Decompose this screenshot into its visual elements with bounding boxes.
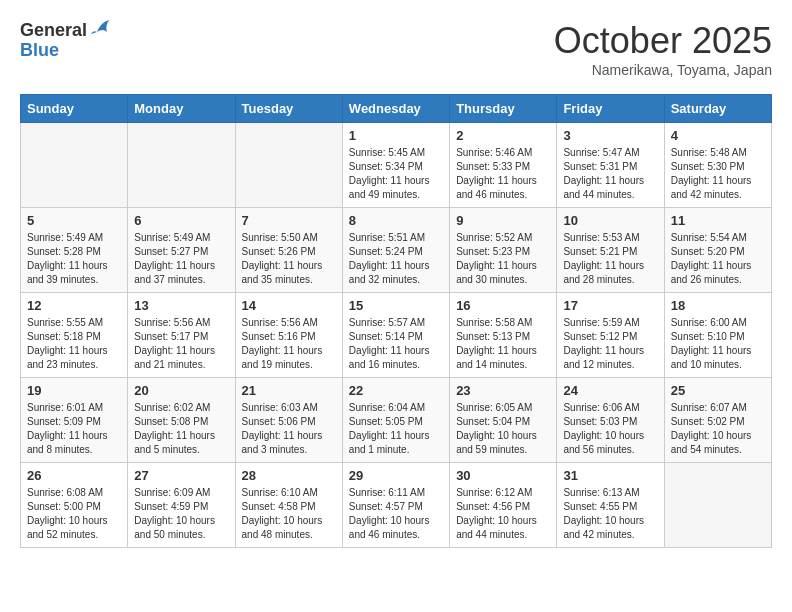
calendar-cell: 31Sunrise: 6:13 AM Sunset: 4:55 PM Dayli… xyxy=(557,463,664,548)
day-info: Sunrise: 5:49 AM Sunset: 5:27 PM Dayligh… xyxy=(134,231,228,287)
day-number: 10 xyxy=(563,213,657,228)
day-number: 5 xyxy=(27,213,121,228)
day-info: Sunrise: 5:59 AM Sunset: 5:12 PM Dayligh… xyxy=(563,316,657,372)
day-number: 17 xyxy=(563,298,657,313)
title-section: October 2025 Namerikawa, Toyama, Japan xyxy=(554,20,772,78)
calendar-cell: 27Sunrise: 6:09 AM Sunset: 4:59 PM Dayli… xyxy=(128,463,235,548)
day-number: 13 xyxy=(134,298,228,313)
page-header: General Blue October 2025 Namerikawa, To… xyxy=(20,20,772,78)
calendar-week-row: 19Sunrise: 6:01 AM Sunset: 5:09 PM Dayli… xyxy=(21,378,772,463)
logo-bird-icon xyxy=(89,18,111,40)
weekday-header-sunday: Sunday xyxy=(21,95,128,123)
day-number: 24 xyxy=(563,383,657,398)
day-number: 30 xyxy=(456,468,550,483)
calendar-cell xyxy=(664,463,771,548)
day-number: 23 xyxy=(456,383,550,398)
day-info: Sunrise: 6:05 AM Sunset: 5:04 PM Dayligh… xyxy=(456,401,550,457)
day-info: Sunrise: 6:13 AM Sunset: 4:55 PM Dayligh… xyxy=(563,486,657,542)
day-info: Sunrise: 5:45 AM Sunset: 5:34 PM Dayligh… xyxy=(349,146,443,202)
day-info: Sunrise: 5:56 AM Sunset: 5:17 PM Dayligh… xyxy=(134,316,228,372)
day-info: Sunrise: 5:53 AM Sunset: 5:21 PM Dayligh… xyxy=(563,231,657,287)
calendar-cell: 20Sunrise: 6:02 AM Sunset: 5:08 PM Dayli… xyxy=(128,378,235,463)
calendar-cell: 11Sunrise: 5:54 AM Sunset: 5:20 PM Dayli… xyxy=(664,208,771,293)
weekday-header-monday: Monday xyxy=(128,95,235,123)
day-info: Sunrise: 6:08 AM Sunset: 5:00 PM Dayligh… xyxy=(27,486,121,542)
day-number: 26 xyxy=(27,468,121,483)
day-info: Sunrise: 5:52 AM Sunset: 5:23 PM Dayligh… xyxy=(456,231,550,287)
day-number: 4 xyxy=(671,128,765,143)
day-info: Sunrise: 5:57 AM Sunset: 5:14 PM Dayligh… xyxy=(349,316,443,372)
day-info: Sunrise: 6:11 AM Sunset: 4:57 PM Dayligh… xyxy=(349,486,443,542)
calendar-week-row: 12Sunrise: 5:55 AM Sunset: 5:18 PM Dayli… xyxy=(21,293,772,378)
calendar-cell: 10Sunrise: 5:53 AM Sunset: 5:21 PM Dayli… xyxy=(557,208,664,293)
calendar-cell: 2Sunrise: 5:46 AM Sunset: 5:33 PM Daylig… xyxy=(450,123,557,208)
day-info: Sunrise: 5:49 AM Sunset: 5:28 PM Dayligh… xyxy=(27,231,121,287)
calendar-week-row: 1Sunrise: 5:45 AM Sunset: 5:34 PM Daylig… xyxy=(21,123,772,208)
logo-blue-text: Blue xyxy=(20,40,59,62)
calendar-cell: 21Sunrise: 6:03 AM Sunset: 5:06 PM Dayli… xyxy=(235,378,342,463)
calendar-cell: 1Sunrise: 5:45 AM Sunset: 5:34 PM Daylig… xyxy=(342,123,449,208)
day-info: Sunrise: 6:09 AM Sunset: 4:59 PM Dayligh… xyxy=(134,486,228,542)
calendar-cell xyxy=(128,123,235,208)
calendar-cell: 19Sunrise: 6:01 AM Sunset: 5:09 PM Dayli… xyxy=(21,378,128,463)
day-info: Sunrise: 5:56 AM Sunset: 5:16 PM Dayligh… xyxy=(242,316,336,372)
weekday-header-thursday: Thursday xyxy=(450,95,557,123)
calendar-cell: 12Sunrise: 5:55 AM Sunset: 5:18 PM Dayli… xyxy=(21,293,128,378)
calendar-cell: 23Sunrise: 6:05 AM Sunset: 5:04 PM Dayli… xyxy=(450,378,557,463)
calendar-week-row: 26Sunrise: 6:08 AM Sunset: 5:00 PM Dayli… xyxy=(21,463,772,548)
calendar-cell: 24Sunrise: 6:06 AM Sunset: 5:03 PM Dayli… xyxy=(557,378,664,463)
logo-text: General xyxy=(20,20,87,42)
day-info: Sunrise: 6:04 AM Sunset: 5:05 PM Dayligh… xyxy=(349,401,443,457)
day-number: 18 xyxy=(671,298,765,313)
logo: General Blue xyxy=(20,20,111,61)
calendar-cell: 5Sunrise: 5:49 AM Sunset: 5:28 PM Daylig… xyxy=(21,208,128,293)
day-info: Sunrise: 6:01 AM Sunset: 5:09 PM Dayligh… xyxy=(27,401,121,457)
day-number: 7 xyxy=(242,213,336,228)
calendar-cell: 30Sunrise: 6:12 AM Sunset: 4:56 PM Dayli… xyxy=(450,463,557,548)
location: Namerikawa, Toyama, Japan xyxy=(554,62,772,78)
calendar-cell: 14Sunrise: 5:56 AM Sunset: 5:16 PM Dayli… xyxy=(235,293,342,378)
calendar-cell: 15Sunrise: 5:57 AM Sunset: 5:14 PM Dayli… xyxy=(342,293,449,378)
calendar-table: SundayMondayTuesdayWednesdayThursdayFrid… xyxy=(20,94,772,548)
day-number: 2 xyxy=(456,128,550,143)
day-info: Sunrise: 6:03 AM Sunset: 5:06 PM Dayligh… xyxy=(242,401,336,457)
month-title: October 2025 xyxy=(554,20,772,62)
calendar-cell: 9Sunrise: 5:52 AM Sunset: 5:23 PM Daylig… xyxy=(450,208,557,293)
day-number: 31 xyxy=(563,468,657,483)
day-info: Sunrise: 5:51 AM Sunset: 5:24 PM Dayligh… xyxy=(349,231,443,287)
day-info: Sunrise: 5:54 AM Sunset: 5:20 PM Dayligh… xyxy=(671,231,765,287)
day-info: Sunrise: 5:46 AM Sunset: 5:33 PM Dayligh… xyxy=(456,146,550,202)
calendar-cell: 7Sunrise: 5:50 AM Sunset: 5:26 PM Daylig… xyxy=(235,208,342,293)
calendar-cell: 3Sunrise: 5:47 AM Sunset: 5:31 PM Daylig… xyxy=(557,123,664,208)
calendar-cell: 17Sunrise: 5:59 AM Sunset: 5:12 PM Dayli… xyxy=(557,293,664,378)
day-info: Sunrise: 5:48 AM Sunset: 5:30 PM Dayligh… xyxy=(671,146,765,202)
calendar-cell xyxy=(235,123,342,208)
weekday-header-row: SundayMondayTuesdayWednesdayThursdayFrid… xyxy=(21,95,772,123)
calendar-cell: 4Sunrise: 5:48 AM Sunset: 5:30 PM Daylig… xyxy=(664,123,771,208)
day-number: 8 xyxy=(349,213,443,228)
calendar-cell: 29Sunrise: 6:11 AM Sunset: 4:57 PM Dayli… xyxy=(342,463,449,548)
day-info: Sunrise: 6:10 AM Sunset: 4:58 PM Dayligh… xyxy=(242,486,336,542)
calendar-cell: 28Sunrise: 6:10 AM Sunset: 4:58 PM Dayli… xyxy=(235,463,342,548)
day-number: 14 xyxy=(242,298,336,313)
day-number: 27 xyxy=(134,468,228,483)
day-number: 9 xyxy=(456,213,550,228)
calendar-cell: 8Sunrise: 5:51 AM Sunset: 5:24 PM Daylig… xyxy=(342,208,449,293)
weekday-header-wednesday: Wednesday xyxy=(342,95,449,123)
day-info: Sunrise: 5:58 AM Sunset: 5:13 PM Dayligh… xyxy=(456,316,550,372)
day-number: 29 xyxy=(349,468,443,483)
day-info: Sunrise: 6:07 AM Sunset: 5:02 PM Dayligh… xyxy=(671,401,765,457)
day-number: 15 xyxy=(349,298,443,313)
calendar-cell: 6Sunrise: 5:49 AM Sunset: 5:27 PM Daylig… xyxy=(128,208,235,293)
day-number: 6 xyxy=(134,213,228,228)
day-info: Sunrise: 5:47 AM Sunset: 5:31 PM Dayligh… xyxy=(563,146,657,202)
calendar-cell: 13Sunrise: 5:56 AM Sunset: 5:17 PM Dayli… xyxy=(128,293,235,378)
day-number: 20 xyxy=(134,383,228,398)
day-info: Sunrise: 5:55 AM Sunset: 5:18 PM Dayligh… xyxy=(27,316,121,372)
calendar-cell: 25Sunrise: 6:07 AM Sunset: 5:02 PM Dayli… xyxy=(664,378,771,463)
day-number: 25 xyxy=(671,383,765,398)
weekday-header-saturday: Saturday xyxy=(664,95,771,123)
day-info: Sunrise: 5:50 AM Sunset: 5:26 PM Dayligh… xyxy=(242,231,336,287)
day-number: 22 xyxy=(349,383,443,398)
day-info: Sunrise: 6:00 AM Sunset: 5:10 PM Dayligh… xyxy=(671,316,765,372)
